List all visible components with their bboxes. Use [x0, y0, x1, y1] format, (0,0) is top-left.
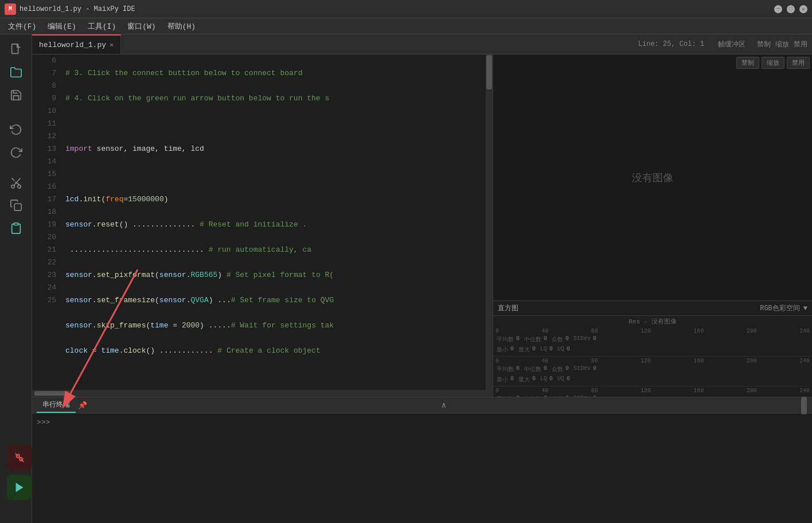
histogram-header: 直方图 RGB色彩空间 ▼ — [493, 301, 812, 316]
terminal-collapse-button[interactable]: ∧ — [438, 400, 450, 410]
file-tab[interactable]: helloworld_1.py ✕ — [32, 34, 121, 54]
histogram-channel-3: 04080120160200240 平均数0 中位数0 众数0 StDev0 最… — [493, 387, 812, 397]
menu-file[interactable]: 文件(F) — [2, 19, 42, 34]
line-col-status: Line: 25, Col: 1 — [638, 40, 704, 48]
terminal-content[interactable]: >>> — [32, 413, 812, 523]
main-layout: helloworld_1.py ✕ Line: 25, Col: 1 帧缓冲区 … — [0, 34, 812, 523]
code-editor: 678910 1112131415 1617181920 2122232425 … — [32, 54, 493, 397]
histogram-channel-2: 04080120160200240 平均数0 中位数0 众数0 StDev0 最… — [493, 357, 812, 387]
histogram-area: 直方图 RGB色彩空间 ▼ Res - 没有图像 — [493, 301, 812, 397]
toolbar-right: 禁制 缩放 禁用 — [752, 34, 812, 54]
sidebar-cut[interactable] — [6, 172, 26, 193]
terminal-scroll-thumb[interactable] — [801, 397, 807, 414]
menu-edit[interactable]: 编辑(E) — [42, 19, 81, 34]
code-content[interactable]: # 3. Click the connect buttion below to … — [61, 54, 486, 390]
tab-label: helloworld_1.py — [39, 41, 106, 49]
svg-line-4 — [11, 178, 14, 181]
terminal-prompt: >>> — [37, 418, 50, 427]
svg-rect-7 — [14, 223, 18, 225]
menu-help[interactable]: 帮助(H) — [162, 19, 201, 34]
sidebar-save[interactable] — [6, 85, 26, 106]
terminal-tab-label: 串行终端 — [42, 401, 70, 409]
hist-stats-2: 平均数0 中位数0 众数0 StDev0 — [493, 364, 812, 374]
histogram-colorspace-label: RGB色彩空间 — [760, 303, 800, 313]
disconnect-button[interactable] — [7, 445, 32, 470]
terminal-pin-icon[interactable]: 📌 — [78, 401, 87, 410]
menu-window[interactable]: 窗口(W) — [122, 19, 161, 34]
histogram-res-label: Res - 没有图像 — [493, 316, 812, 327]
action-buttons — [7, 445, 32, 500]
hist-stats-1b: 最小0 最大0 LQ0 UQ0 — [493, 345, 812, 355]
close-tab-button[interactable]: ✕ — [110, 41, 114, 49]
svg-line-10 — [19, 458, 20, 458]
svg-rect-6 — [14, 204, 21, 210]
sidebar-redo[interactable] — [6, 142, 26, 163]
app-icon: M — [5, 3, 16, 15]
horizontal-scrollbar[interactable] — [32, 390, 493, 397]
window-controls: ─ □ ✕ — [774, 5, 807, 13]
toolbar-zoom-btn[interactable]: 缩放 — [775, 40, 789, 49]
code-scroll-area[interactable]: 678910 1112131415 1617181920 2122232425 … — [32, 54, 493, 390]
toolbar-disable-btn[interactable]: 禁用 — [794, 40, 807, 49]
histogram-color-space: RGB色彩空间 ▼ — [760, 303, 807, 313]
hist-x-labels-1: 04080120160200240 — [493, 328, 812, 334]
buffer-zone-label: 帧缓冲区 — [711, 34, 752, 54]
close-button[interactable]: ✕ — [799, 5, 807, 13]
hist-x-labels-3: 04080120160200240 — [493, 388, 812, 394]
svg-marker-13 — [16, 483, 24, 493]
img-copy-btn[interactable]: 禁制 — [736, 57, 759, 69]
terminal-tab[interactable]: 串行终端 — [37, 397, 76, 413]
terminal-scroll[interactable] — [801, 396, 807, 415]
sidebar-copy[interactable] — [6, 195, 26, 216]
content-area: helloworld_1.py ✕ Line: 25, Col: 1 帧缓冲区 … — [32, 34, 812, 523]
svg-point-1 — [11, 185, 14, 189]
sidebar-undo[interactable] — [6, 119, 26, 140]
hist-x-labels-2: 04080120160200240 — [493, 358, 812, 364]
toolbar-copy-btn[interactable]: 禁制 — [757, 40, 771, 49]
status-info: Line: 25, Col: 1 — [631, 34, 711, 54]
histogram-dropdown-icon[interactable]: ▼ — [803, 305, 807, 313]
minimize-button[interactable]: ─ — [774, 5, 782, 13]
sidebar-paste[interactable] — [6, 218, 26, 239]
run-button[interactable] — [7, 475, 32, 500]
window-title: helloworld_1.py - MaixPy IDE — [19, 5, 135, 13]
img-disable-btn[interactable]: 禁用 — [787, 57, 810, 69]
terminal-header-row: 串行终端 📌 ∧ — [37, 396, 807, 415]
histogram-title: 直方图 — [498, 303, 518, 313]
maximize-button[interactable]: □ — [787, 5, 795, 13]
title-bar: M helloworld_1.py - MaixPy IDE ─ □ ✕ — [0, 0, 812, 18]
h-scroll-thumb[interactable] — [34, 391, 69, 396]
sidebar-open-file[interactable] — [6, 62, 26, 83]
scroll-thumb[interactable] — [486, 55, 492, 89]
right-panel: 没有图像 禁制 缩放 禁用 直方图 RGB色彩空间 ▼ — [493, 54, 812, 397]
tab-bar: helloworld_1.py ✕ Line: 25, Col: 1 帧缓冲区 … — [32, 34, 812, 54]
hist-stats-2b: 最小0 最大0 LQ0 UQ0 — [493, 374, 812, 385]
editor-container: 678910 1112131415 1617181920 2122232425 … — [32, 54, 812, 397]
no-image-label: 没有图像 — [632, 171, 673, 185]
image-toolbar: 禁制 缩放 禁用 — [736, 57, 810, 69]
histogram-channel-1: 04080120160200240 平均数0 中位数0 众数0 StDev0 最… — [493, 327, 812, 357]
menu-bar: 文件(F) 编辑(E) 工具(I) 窗口(W) 帮助(H) — [0, 18, 812, 34]
menu-tools[interactable]: 工具(I) — [82, 19, 122, 34]
image-view: 没有图像 禁制 缩放 禁用 — [493, 54, 812, 301]
hist-stats-1: 平均数0 中位数0 众数0 StDev0 — [493, 334, 812, 345]
img-zoom-btn[interactable]: 缩放 — [762, 57, 784, 69]
terminal-header: 串行终端 📌 ∧ — [32, 397, 812, 413]
svg-point-2 — [17, 185, 21, 189]
terminal-container: 串行终端 📌 ∧ >>> — [32, 397, 812, 523]
sidebar-new-file[interactable] — [6, 39, 26, 60]
vertical-scrollbar[interactable] — [486, 54, 493, 390]
line-numbers: 678910 1112131415 1617181920 2122232425 — [32, 54, 61, 390]
